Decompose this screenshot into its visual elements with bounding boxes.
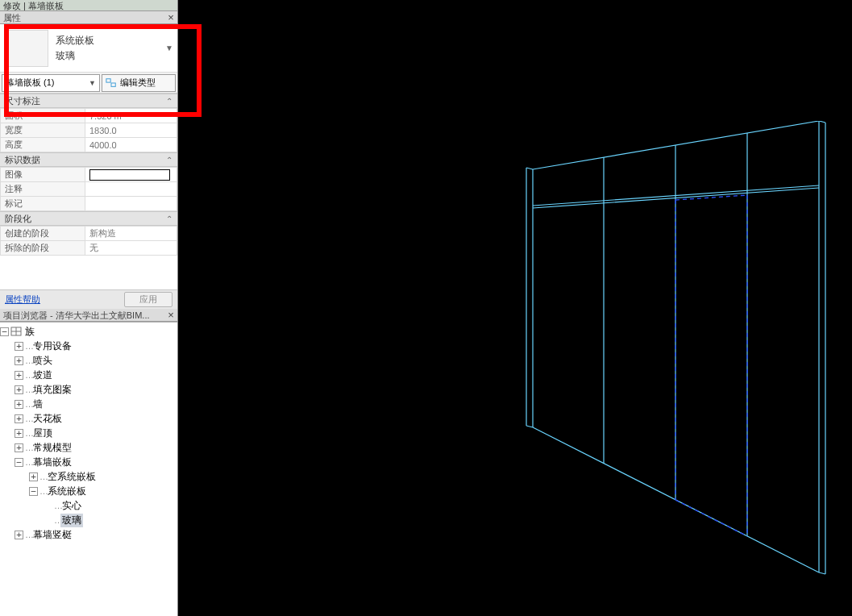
group-header-dimensions[interactable]: 尺寸标注 ⌃: [0, 94, 177, 108]
prop-value: 新构造: [85, 227, 177, 241]
ribbon-context-tab: 修改 | 幕墙嵌板: [0, 0, 177, 11]
prop-table-phasing: 创建的阶段 新构造 拆除的阶段 无: [0, 226, 177, 256]
type-selector[interactable]: 系统嵌板 玻璃 ▼: [0, 24, 177, 73]
collapse-icon[interactable]: −: [0, 327, 9, 336]
chevron-down-icon[interactable]: ▼: [161, 24, 177, 73]
prop-key: 面积: [1, 109, 85, 123]
tree-label: 玻璃: [60, 514, 83, 527]
svg-line-12: [526, 426, 533, 427]
collapse-icon[interactable]: ⌃: [166, 97, 172, 106]
group-label: 阶段化: [5, 213, 31, 225]
svg-line-13: [819, 121, 825, 123]
svg-line-11: [526, 168, 533, 169]
svg-line-14: [819, 572, 825, 574]
tree-node[interactable]: +…填充图案: [15, 382, 177, 397]
collapse-icon[interactable]: ⌃: [166, 214, 172, 223]
tree-node-families[interactable]: − 族: [0, 324, 177, 339]
expand-icon[interactable]: +: [15, 531, 23, 539]
tree-node-system-panel[interactable]: −…系统嵌板: [29, 484, 177, 498]
edit-type-label: 编辑类型: [120, 77, 156, 89]
tree-node[interactable]: +…坡道: [15, 368, 177, 382]
type-name-label: 玻璃: [56, 49, 161, 63]
tree-node-curtain-panel[interactable]: −…幕墙嵌板: [15, 455, 177, 469]
instance-filter-dropdown[interactable]: 幕墙嵌板 (1) ▼: [2, 74, 100, 92]
prop-value[interactable]: [85, 168, 177, 182]
tree-node[interactable]: +…专用设备: [15, 339, 177, 353]
tree-label: 实心: [60, 499, 83, 513]
3d-viewport[interactable]: [178, 0, 852, 616]
prop-key: 高度: [1, 138, 85, 152]
prop-value[interactable]: [85, 182, 177, 197]
project-browser-tree[interactable]: − 族 +…专用设备 +…喷头 +…坡道 +…填充图案 +…墙 +…天花板 +……: [0, 322, 177, 616]
prop-value: 无: [85, 241, 177, 256]
collapse-icon[interactable]: ⌃: [166, 156, 172, 164]
tree-label: 坡道: [31, 368, 54, 382]
tree-label: 填充图案: [31, 383, 73, 397]
prop-value: 7.320 m²: [85, 109, 177, 123]
prop-key: 图像: [1, 168, 85, 182]
tree-label: 幕墙嵌板: [31, 456, 73, 469]
type-thumbnail: [4, 30, 48, 67]
properties-help-link[interactable]: 属性帮助: [5, 293, 40, 306]
tree-leaf-selected[interactable]: …玻璃: [44, 513, 177, 527]
tree-label: 屋顶: [31, 427, 54, 440]
properties-spacer: [0, 256, 177, 289]
project-browser-label: 项目浏览器 - 清华大学出土文献BIM...: [3, 309, 150, 322]
type-family-label: 系统嵌板: [56, 34, 161, 48]
chevron-down-icon: ▼: [89, 79, 96, 87]
group-label: 标识数据: [5, 154, 40, 166]
expand-icon[interactable]: +: [29, 472, 38, 481]
expand-icon[interactable]: +: [15, 371, 23, 380]
project-browser-title: 项目浏览器 - 清华大学出土文献BIM... ×: [0, 309, 177, 322]
prop-value: 1830.0: [85, 123, 177, 138]
edit-type-button[interactable]: 编辑类型: [102, 74, 176, 92]
tree-label: 墙: [31, 397, 44, 411]
close-icon[interactable]: ×: [164, 11, 177, 24]
tree-node[interactable]: +…屋顶: [15, 426, 177, 440]
prop-value[interactable]: [85, 197, 177, 211]
prop-key: 标记: [1, 197, 85, 211]
tree-label: 天花板: [31, 412, 64, 426]
tree-node[interactable]: +…喷头: [15, 353, 177, 368]
group-header-identity[interactable]: 标识数据 ⌃: [0, 152, 177, 167]
expand-icon[interactable]: +: [15, 356, 23, 365]
prop-table-dimensions: 面积 7.320 m² 宽度 1830.0 高度 4000.0: [0, 108, 177, 152]
instance-filter-label: 幕墙嵌板 (1): [6, 77, 55, 89]
tree-node[interactable]: +…幕墙竖梃: [15, 527, 177, 542]
tree-node[interactable]: +…空系统嵌板: [29, 469, 177, 484]
prop-value: 4000.0: [85, 138, 177, 152]
properties-title-label: 属性: [3, 11, 21, 24]
svg-rect-0: [106, 78, 110, 81]
family-icon: [10, 327, 22, 336]
prop-key: 拆除的阶段: [1, 241, 85, 256]
close-icon[interactable]: ×: [164, 309, 177, 322]
tree-label: 幕墙竖梃: [31, 528, 73, 542]
expand-icon[interactable]: +: [15, 429, 23, 438]
group-label: 尺寸标注: [5, 95, 40, 107]
expand-icon[interactable]: +: [15, 414, 23, 423]
collapse-icon[interactable]: −: [29, 487, 38, 496]
expand-icon[interactable]: +: [15, 385, 23, 394]
expand-icon[interactable]: +: [15, 443, 23, 452]
prop-key: 宽度: [1, 123, 85, 138]
tree-label: 系统嵌板: [46, 485, 88, 498]
expand-icon[interactable]: +: [15, 400, 23, 409]
image-input[interactable]: [89, 169, 170, 181]
tree-leaf[interactable]: …实心: [44, 498, 177, 513]
tree-label: 专用设备: [31, 339, 73, 353]
group-header-phasing[interactable]: 阶段化 ⌃: [0, 211, 177, 226]
prop-table-identity: 图像 注释 标记: [0, 167, 177, 211]
prop-key: 创建的阶段: [1, 227, 85, 241]
prop-key: 注释: [1, 182, 85, 197]
tree-label: 族: [23, 325, 36, 339]
svg-rect-1: [111, 83, 115, 86]
tree-node[interactable]: +…常规模型: [15, 440, 177, 455]
expand-icon[interactable]: +: [15, 342, 23, 351]
apply-button[interactable]: 应用: [124, 292, 172, 307]
tree-label: 常规模型: [31, 441, 73, 455]
tree-label: 喷头: [31, 354, 54, 368]
tree-node[interactable]: +…天花板: [15, 411, 177, 426]
collapse-icon[interactable]: −: [15, 458, 23, 467]
tree-node[interactable]: +…墙: [15, 397, 177, 411]
curtain-wall-model: [525, 121, 852, 616]
